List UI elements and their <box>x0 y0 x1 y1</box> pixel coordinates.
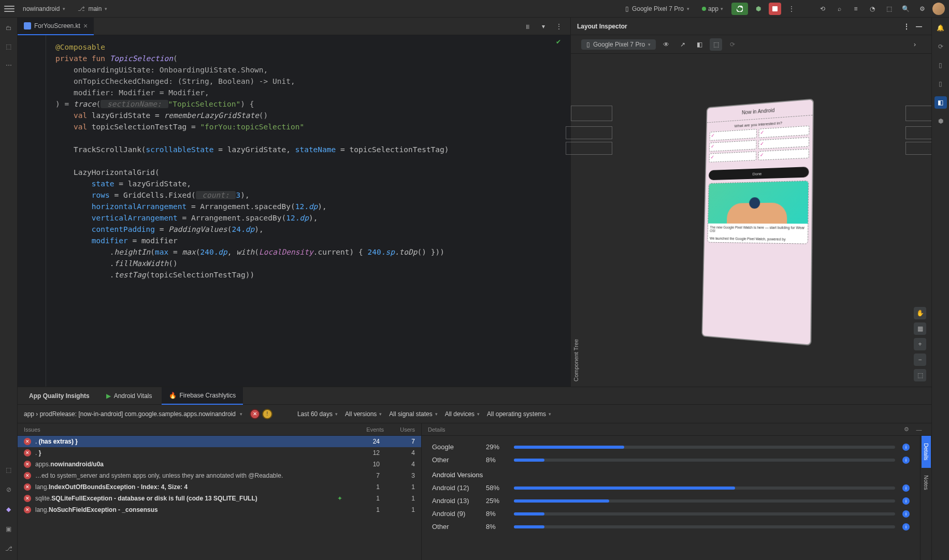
chevron-down-icon: ▾ <box>240 411 242 417</box>
filter-versions[interactable]: All versions▾ <box>345 410 382 418</box>
3d-mode-icon[interactable]: ⬚ <box>710 38 722 51</box>
stat-label: Android (12) <box>432 484 479 492</box>
info-icon[interactable]: i <box>902 523 910 530</box>
search-button[interactable]: 🔍 <box>899 3 912 15</box>
profiler-button[interactable]: ◔ <box>866 3 879 15</box>
filter-os[interactable]: All operating systems▾ <box>487 410 551 418</box>
details-settings-icon[interactable]: ⚙ <box>900 423 913 436</box>
tab-android-vitals[interactable]: ▶Android Vitals <box>99 387 160 405</box>
editor-gutter[interactable] <box>18 35 46 387</box>
run-button[interactable] <box>731 3 748 15</box>
zoom-in-icon[interactable]: + <box>914 338 926 350</box>
notes-tab[interactable]: Notes <box>922 468 931 497</box>
layout-inspector-icon[interactable]: ◧ <box>934 96 947 109</box>
tab-firebase-crashlytics[interactable]: 🔥Firebase Crashlytics <box>162 387 243 405</box>
branch-selector[interactable]: ⎇ main ▾ <box>74 3 111 14</box>
inspector-minimize-icon[interactable]: — <box>913 20 925 33</box>
more-tools-icon[interactable]: ⋯ <box>3 59 15 71</box>
device-selector[interactable]: ▯ Google Pixel 7 Pro ▾ <box>621 3 694 14</box>
error-icon: ✕ <box>24 483 31 491</box>
info-icon[interactable]: i <box>902 456 910 464</box>
user-avatar[interactable] <box>932 3 945 15</box>
settings-button[interactable]: ⚙ <box>916 3 928 15</box>
overlay-icon[interactable]: ◧ <box>693 38 706 51</box>
stat-label: Other <box>432 523 479 530</box>
issue-row[interactable]: ✕. }124 <box>18 447 421 459</box>
inspector-more-icon[interactable]: ⋮ <box>900 20 913 33</box>
code-content[interactable]: @Composable private fun TopicSelection( … <box>46 35 570 387</box>
device-manager-icon[interactable]: ▯ <box>934 59 947 71</box>
hamburger-icon[interactable] <box>4 4 15 14</box>
build-tool-icon[interactable]: ⬚ <box>3 464 15 476</box>
issue-row[interactable]: ✕lang.NoSuchFieldException - _consensus1… <box>18 504 421 515</box>
firebase-icon: 🔥 <box>169 392 177 399</box>
issue-row[interactable]: ✕sqlite.SQLiteFullException - database o… <box>18 493 421 504</box>
chevron-down-icon: ▾ <box>648 42 651 47</box>
details-minimize-icon[interactable]: — <box>913 423 925 436</box>
stop-button[interactable] <box>769 3 781 15</box>
expand-icon[interactable]: › <box>909 38 921 51</box>
git-tool-icon[interactable]: ⎇ <box>3 542 15 555</box>
notifications-icon[interactable]: 🔔 <box>934 22 947 34</box>
filter-time-range[interactable]: Last 60 days▾ <box>297 410 338 418</box>
pan-icon[interactable]: ✋ <box>914 307 926 319</box>
issue-row[interactable]: ✕apps.nowinandroid/u0a104 <box>18 459 421 470</box>
stat-label: Google <box>432 443 479 451</box>
play-store-icon: ▶ <box>106 392 111 400</box>
stat-bar <box>514 487 895 490</box>
close-tab-icon[interactable]: × <box>83 22 88 30</box>
component-tree-tab[interactable]: Component Tree <box>571 54 581 387</box>
filter-devices[interactable]: All devices▾ <box>445 410 480 418</box>
zoom-out-icon[interactable]: − <box>914 353 926 366</box>
stat-row: Google29%i <box>432 443 910 451</box>
info-icon[interactable]: i <box>902 497 910 505</box>
emulator-button[interactable]: ⬚ <box>883 3 895 15</box>
more-actions-button[interactable]: ⋮ <box>785 3 798 15</box>
live-updates-icon[interactable]: 👁 <box>660 38 672 51</box>
debug-button[interactable]: ⬢ <box>752 3 765 15</box>
sync-gradle-button[interactable]: ⟲ <box>816 3 829 15</box>
issue-row[interactable]: ✕lang.IndexOutOfBoundsException - Index:… <box>18 481 421 493</box>
issue-events: 1 <box>349 495 380 502</box>
issue-row[interactable]: ✕…ed to system_server and system apps on… <box>18 470 421 481</box>
resource-manager-icon[interactable]: ⬚ <box>3 40 15 53</box>
running-devices-icon[interactable]: ▯ <box>934 78 947 90</box>
code-assist-button[interactable]: ⌕ <box>833 3 845 15</box>
device-render-area[interactable]: Now in Android What are you interested i… <box>581 54 931 387</box>
terminal-tool-icon[interactable]: ▣ <box>3 523 15 535</box>
editor-tab[interactable]: ForYouScreen.kt × <box>18 18 94 35</box>
app-quality-tool-icon[interactable]: ◆ <box>3 503 15 515</box>
project-selector[interactable]: nowinandroid ▾ <box>19 3 69 14</box>
refresh-icon[interactable]: ⟳ <box>726 38 739 51</box>
top-toolbar: nowinandroid ▾ ⎇ main ▾ ▯ Google Pixel 7… <box>0 0 949 18</box>
structure-button[interactable]: ≡ <box>850 3 862 15</box>
app-inspection-icon[interactable]: ⬢ <box>934 115 947 127</box>
layers-icon[interactable]: ▦ <box>914 322 926 335</box>
fatal-filter-icon[interactable]: ✕ <box>250 409 260 419</box>
inspection-ok-icon[interactable]: ✔ <box>556 38 561 46</box>
editor-dropdown-icon[interactable]: ▾ <box>537 20 550 33</box>
problems-tool-icon[interactable]: ⊘ <box>3 483 15 496</box>
info-icon[interactable]: i <box>902 510 910 518</box>
nonfatal-filter-icon[interactable]: ! <box>262 409 272 419</box>
app-variant-selector[interactable]: app › prodRelease: [now-in-android] com.… <box>24 410 242 418</box>
details-tab[interactable]: Details <box>922 436 931 468</box>
editor-view-mode-icon[interactable]: ⫼ <box>522 20 534 33</box>
issue-users: 1 <box>384 506 415 513</box>
stat-percent: 25% <box>486 497 507 505</box>
inspector-device-selector[interactable]: ▯ Google Pixel 7 Pro ▾ <box>581 39 656 50</box>
issues-list-pane: Issues Events Users ✕. (has extras) }247… <box>18 423 422 560</box>
info-icon[interactable]: i <box>902 444 910 451</box>
project-tool-icon[interactable]: 🗀 <box>3 22 15 34</box>
info-icon[interactable]: i <box>902 484 910 492</box>
filter-signal-states[interactable]: All signal states▾ <box>389 410 437 418</box>
app-quality-panel: App Quality Insights ▶Android Vitals 🔥Fi… <box>18 387 931 560</box>
zoom-fit-icon[interactable]: ⬚ <box>914 369 926 381</box>
run-config-selector[interactable]: app ▾ <box>698 3 727 14</box>
export-icon[interactable]: ↗ <box>677 38 689 51</box>
issue-row[interactable]: ✕. (has extras) }247 <box>18 436 421 447</box>
chevron-down-icon: ▾ <box>105 6 107 11</box>
gradle-icon[interactable]: ⟳ <box>934 40 947 53</box>
tab-app-quality[interactable]: App Quality Insights <box>22 387 97 405</box>
editor-more-icon[interactable]: ⋮ <box>553 20 565 33</box>
